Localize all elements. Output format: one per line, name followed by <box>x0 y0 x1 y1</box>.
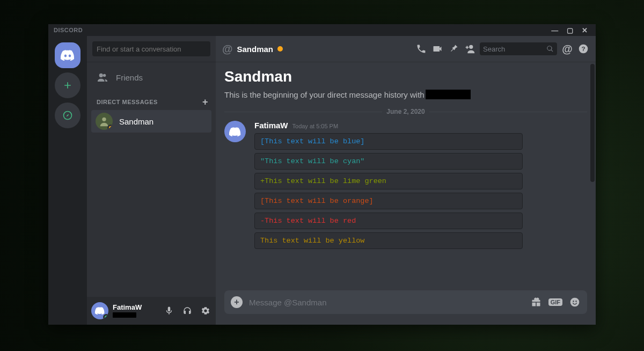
conversation-search-input[interactable] <box>92 41 210 56</box>
channel-name: Sandman <box>237 45 274 54</box>
add-server-button[interactable] <box>55 72 80 98</box>
svg-point-5 <box>573 301 574 302</box>
deafen-button[interactable] <box>181 305 193 317</box>
add-user-icon <box>464 43 475 55</box>
app-wordmark: DISCORD <box>52 27 83 33</box>
minimize-button[interactable]: — <box>547 24 562 36</box>
maximize-button[interactable]: ▢ <box>562 24 577 36</box>
user-settings-button[interactable] <box>200 305 211 317</box>
help-icon: ? <box>578 43 589 54</box>
discord-window: DISCORD — ▢ ✕ Friends <box>48 24 596 325</box>
code-block: "This text will be cyan" <box>254 153 523 170</box>
dm-item-label: Sandman <box>119 117 153 126</box>
discord-logo-icon <box>94 307 105 315</box>
dm-sidebar: Friends Direct Messages + Sandman <box>87 36 216 325</box>
discord-logo-icon <box>60 50 75 61</box>
video-icon <box>432 43 443 54</box>
mute-button[interactable] <box>163 305 175 317</box>
start-video-call-button[interactable] <box>431 43 443 55</box>
code-text: -This text will be red <box>260 217 356 225</box>
message: FatimaW Today at 5:05 PM [This text will… <box>224 121 587 249</box>
chat-header: @ Sandman Search @ ? <box>216 36 596 62</box>
self-name-block: FatimaW <box>113 304 159 318</box>
date-divider: June 2, 2020 <box>224 108 587 115</box>
title-bar: DISCORD — ▢ ✕ <box>48 24 596 36</box>
attach-button[interactable]: + <box>231 296 243 308</box>
status-online-icon <box>103 314 108 319</box>
status-idle-icon <box>107 125 113 130</box>
svg-point-1 <box>102 118 106 121</box>
dm-item-sandman[interactable]: Sandman <box>91 110 211 133</box>
code-block: [This text will be blue] <box>254 133 523 150</box>
phone-icon <box>416 43 427 54</box>
user-panel: FatimaW <box>87 297 216 325</box>
code-text: [This text will be blue] <box>260 137 364 145</box>
plus-icon <box>62 80 73 91</box>
home-button[interactable] <box>55 42 80 68</box>
search-icon <box>546 45 554 53</box>
discord-logo-icon <box>229 127 241 136</box>
add-friends-to-dm-button[interactable] <box>464 43 475 55</box>
code-text: "This text will be cyan" <box>260 157 364 165</box>
self-discriminator-redacted <box>113 312 136 318</box>
compass-icon <box>62 110 73 121</box>
friends-icon <box>97 72 108 82</box>
code-text: [This text will be orange] <box>260 197 374 205</box>
chat-scrollbar[interactable] <box>590 64 595 287</box>
chat-area: @ Sandman Search @ ? Sandman <box>216 36 596 325</box>
conversation-search-container <box>87 36 216 62</box>
microphone-icon <box>164 306 174 316</box>
headphones-icon <box>182 306 192 316</box>
dm-welcome: Sandman This is the beginning of your di… <box>224 68 587 99</box>
code-block: [This text will be orange] <box>254 193 523 209</box>
pinned-messages-button[interactable] <box>448 43 459 55</box>
mentions-inbox-button[interactable]: @ <box>561 43 573 55</box>
emoji-button[interactable] <box>569 296 581 308</box>
svg-point-6 <box>575 301 577 302</box>
chat-search-input[interactable]: Search <box>480 42 557 55</box>
svg-text:?: ? <box>581 45 585 52</box>
code-block: +This text will be lime green <box>254 173 523 189</box>
message-list[interactable]: Sandman This is the beginning of your di… <box>216 62 596 290</box>
redacted-name <box>426 90 471 99</box>
explore-servers-button[interactable] <box>55 103 80 128</box>
svg-point-4 <box>570 298 580 307</box>
gift-icon <box>531 297 541 308</box>
scrollbar-thumb[interactable] <box>590 64 595 182</box>
dm-section-label: Direct Messages <box>97 99 158 105</box>
dm-section-header: Direct Messages + <box>87 90 216 109</box>
message-timestamp: Today at 5:05 PM <box>292 123 339 129</box>
code-text: This text will be yellow <box>260 237 364 245</box>
message-avatar[interactable] <box>224 121 246 142</box>
chat-search-placeholder: Search <box>483 45 505 53</box>
code-block: -This text will be red <box>254 213 523 229</box>
at-icon: @ <box>222 43 233 55</box>
server-list <box>48 36 87 325</box>
gear-icon <box>201 306 210 316</box>
avatar <box>96 113 113 130</box>
emoji-icon <box>569 297 580 308</box>
divider-date: June 2, 2020 <box>386 108 425 115</box>
message-author[interactable]: FatimaW <box>254 121 288 130</box>
window-controls: — ▢ ✕ <box>547 24 592 36</box>
code-block: This text will be yellow <box>254 232 523 249</box>
start-voice-call-button[interactable] <box>415 43 427 55</box>
friends-label: Friends <box>116 73 143 82</box>
friends-tab[interactable]: Friends <box>91 66 211 89</box>
code-text: +This text will be lime green <box>260 177 386 185</box>
composer-placeholder: Message @Sandman <box>249 298 524 307</box>
message-composer[interactable]: + Message @Sandman GIF <box>224 290 587 314</box>
gift-button[interactable] <box>530 296 542 308</box>
self-avatar[interactable] <box>91 302 108 319</box>
help-button[interactable]: ? <box>577 43 589 55</box>
create-dm-button[interactable]: + <box>202 97 208 107</box>
welcome-text: This is the beginning of your direct mes… <box>224 90 425 99</box>
self-username: FatimaW <box>113 304 159 311</box>
status-idle-icon <box>277 46 283 52</box>
welcome-title: Sandman <box>224 68 587 85</box>
gif-button[interactable]: GIF <box>548 298 562 306</box>
close-button[interactable]: ✕ <box>577 24 592 36</box>
pin-icon <box>448 43 459 54</box>
